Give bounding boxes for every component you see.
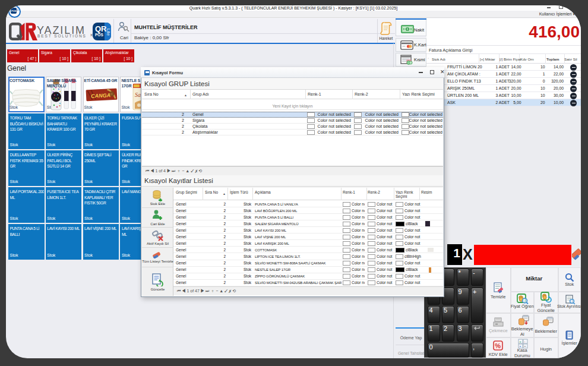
svg-text:+: +: [519, 340, 521, 343]
svg-text:%: %: [495, 342, 501, 349]
svg-text:CANGA: CANGA: [91, 92, 110, 99]
svg-text:-: -: [524, 340, 526, 343]
